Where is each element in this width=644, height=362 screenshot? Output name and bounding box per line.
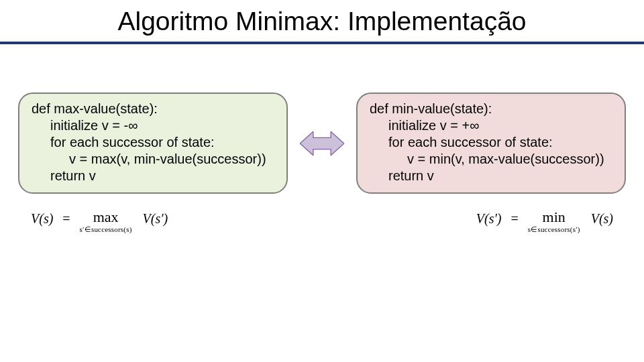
formula-min: V(s′) = min s∈successors(s′) V(s) xyxy=(476,207,613,233)
operator-text: min xyxy=(543,207,566,225)
formulas-row: V(s) = max s′∈successors(s) V(s′) V(s′) … xyxy=(0,194,644,233)
double-arrow-icon xyxy=(300,128,344,159)
formula-eq: = xyxy=(505,207,523,227)
svg-marker-0 xyxy=(300,131,344,155)
code-line: initialize v = +∞ xyxy=(370,117,612,134)
code-line: def min-value(state): xyxy=(370,101,612,117)
code-line: initialize v = -∞ xyxy=(32,117,274,134)
operator-subscript: s′∈successors(s) xyxy=(80,225,132,233)
slide-title: Algoritmo Minimax: Implementação xyxy=(0,0,644,42)
formula-lhs: V(s′) xyxy=(476,207,502,227)
formula-lhs: V(s) xyxy=(31,207,53,227)
max-value-codebox: def max-value(state): initialize v = -∞ … xyxy=(18,93,288,194)
code-line: return v xyxy=(370,168,612,184)
content-row: def max-value(state): initialize v = -∞ … xyxy=(0,44,644,194)
code-line: for each successor of state: xyxy=(32,134,274,151)
code-line: for each successor of state: xyxy=(370,134,612,151)
formula-op: min s∈successors(s′) xyxy=(528,207,580,233)
formula-rhs: V(s′) xyxy=(136,207,168,227)
code-line: def max-value(state): xyxy=(32,101,274,117)
operator-subscript: s∈successors(s′) xyxy=(528,225,580,233)
formula-eq: = xyxy=(57,207,75,227)
formula-op: max s′∈successors(s) xyxy=(80,207,132,233)
operator-text: max xyxy=(93,207,119,225)
code-line: v = max(v, min-value(successor)) xyxy=(32,151,274,168)
code-line: v = min(v, max-value(successor)) xyxy=(370,151,612,168)
code-line: return v xyxy=(32,168,274,184)
formula-rhs: V(s) xyxy=(584,207,613,227)
formula-max: V(s) = max s′∈successors(s) V(s′) xyxy=(31,207,168,233)
min-value-codebox: def min-value(state): initialize v = +∞ … xyxy=(356,93,626,194)
